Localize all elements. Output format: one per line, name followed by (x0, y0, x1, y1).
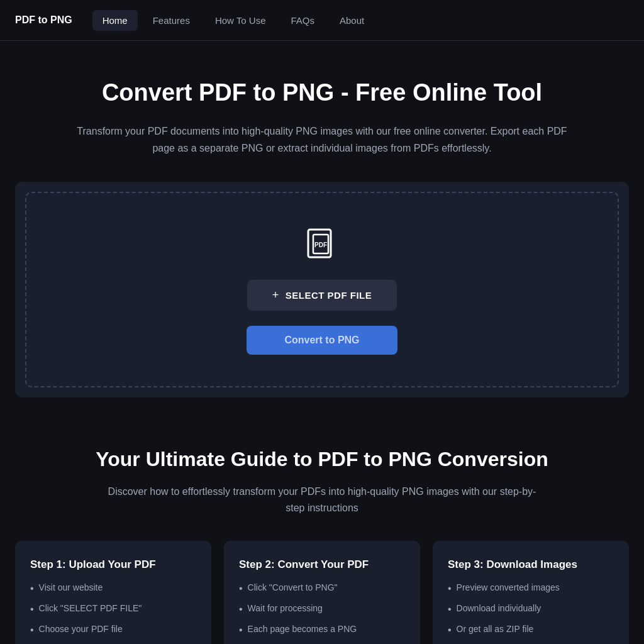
step-2-item-2: Wait for processing (239, 603, 405, 616)
nav-links: Home Features How To Use FAQs About (92, 10, 375, 31)
nav-link-features[interactable]: Features (143, 10, 200, 31)
nav-link-howtouse[interactable]: How To Use (205, 10, 276, 31)
convert-btn-label: Convert to PNG (284, 335, 359, 345)
step-card-2: Step 2: Convert Your PDF Click "Convert … (224, 541, 420, 644)
select-pdf-button[interactable]: + SELECT PDF FILE (247, 280, 397, 311)
guide-subtitle: Discover how to effortlessly transform y… (102, 484, 542, 516)
steps-grid: Step 1: Upload Your PDF Visit our websit… (15, 541, 629, 644)
step-3-item-2: Download individually (448, 603, 614, 616)
step-1-item-2: Click "SELECT PDF FILE" (30, 603, 196, 616)
nav-link-home[interactable]: Home (92, 10, 138, 31)
page-title: Convert PDF to PNG - Free Online Tool (15, 79, 629, 108)
plus-icon: + (272, 289, 279, 302)
step-card-1: Step 1: Upload Your PDF Visit our websit… (15, 541, 211, 644)
nav-link-about[interactable]: About (330, 10, 374, 31)
upload-container: PDF + SELECT PDF FILE Convert to PNG (15, 182, 629, 397)
svg-text:PDF: PDF (314, 242, 327, 248)
step-3-item-3: Or get all as ZIP file (448, 624, 614, 637)
navbar: PDF to PNG Home Features How To Use FAQs… (0, 0, 644, 41)
step-card-3: Step 3: Download Images Preview converte… (433, 541, 629, 644)
guide-section: Your Ultimate Guide to PDF to PNG Conver… (15, 435, 629, 644)
nav-brand[interactable]: PDF to PNG (15, 14, 72, 26)
step-2-item-1: Click "Convert to PNG" (239, 582, 405, 596)
step-2-title: Step 2: Convert Your PDF (239, 558, 405, 571)
step-2-item-3: Each page becomes a PNG (239, 624, 405, 637)
pdf-icon: PDF (302, 225, 342, 265)
hero-subtitle: Transform your PDF documents into high-q… (77, 123, 567, 157)
step-2-list: Click "Convert to PNG" Wait for processi… (239, 582, 405, 636)
convert-button[interactable]: Convert to PNG (247, 326, 397, 355)
guide-title: Your Ultimate Guide to PDF to PNG Conver… (15, 448, 629, 471)
step-3-list: Preview converted images Download indivi… (448, 582, 614, 636)
upload-dropzone[interactable]: PDF + SELECT PDF FILE Convert to PNG (25, 192, 619, 387)
nav-link-faqs[interactable]: FAQs (280, 10, 325, 31)
select-btn-label: SELECT PDF FILE (286, 290, 372, 301)
main-content: Convert PDF to PNG - Free Online Tool Tr… (0, 41, 644, 644)
step-3-title: Step 3: Download Images (448, 558, 614, 571)
step-1-item-3: Choose your PDF file (30, 624, 196, 637)
step-1-item-1: Visit our website (30, 582, 196, 596)
step-1-list: Visit our website Click "SELECT PDF FILE… (30, 582, 196, 636)
step-3-item-1: Preview converted images (448, 582, 614, 596)
step-1-title: Step 1: Upload Your PDF (30, 558, 196, 571)
